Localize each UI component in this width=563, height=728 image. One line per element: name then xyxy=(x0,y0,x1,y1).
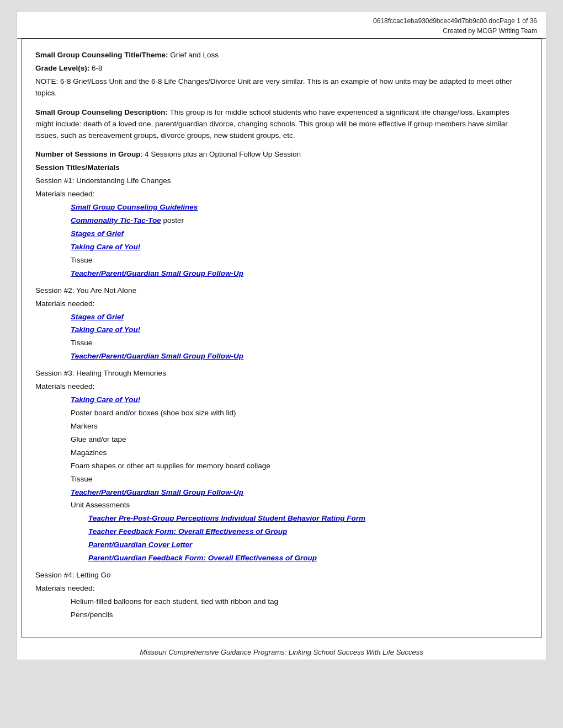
mat-teacher-followup-3[interactable]: Teacher/Parent/Guardian Small Group Foll… xyxy=(71,487,528,499)
session-4-title: Session #4: Letting Go xyxy=(35,570,528,581)
grade-level-label: Grade Level(s): xyxy=(35,64,89,72)
mat-tissue-2: Tissue xyxy=(71,338,528,349)
session-4-materials: Helium-filled balloons for each student,… xyxy=(71,596,528,621)
title-theme-label: Small Group Counseling Title/Theme: xyxy=(35,51,168,59)
file-reference: 0618fccac1eba930d9bcec49d7bb9c00.doc xyxy=(373,17,500,25)
session-3-block: Session #3: Healing Through Memories Mat… xyxy=(35,368,528,564)
title-theme-value: Grief and Loss xyxy=(170,51,219,59)
grade-level-note: NOTE: 6-8 Grief/Loss Unit and the 6-8 Li… xyxy=(35,76,528,99)
footer: Missouri Comprehensive Guidance Programs… xyxy=(17,643,546,660)
unit-assessments-materials: Teacher Pre-Post-Group Perceptions Indiv… xyxy=(88,513,528,564)
sessions-count-section: Number of Sessions in Group: 4 Sessions … xyxy=(35,149,528,160)
mat-tissue-3: Tissue xyxy=(71,474,528,485)
header-meta: 0618fccac1eba930d9bcec49d7bb9c00.docPage… xyxy=(17,12,546,39)
description-section: Small Group Counseling Description: This… xyxy=(35,107,528,142)
mat-teacher-followup-1[interactable]: Teacher/Parent/Guardian Small Group Foll… xyxy=(71,268,528,280)
page-info: Page 1 of 36 xyxy=(500,17,537,25)
mat-teacher-prepost[interactable]: Teacher Pre-Post-Group Perceptions Indiv… xyxy=(88,513,528,524)
session-titles-label: Session Titles/Materials xyxy=(35,162,528,174)
page-container: 0618fccac1eba930d9bcec49d7bb9c00.docPage… xyxy=(17,11,546,660)
footer-text: Missouri Comprehensive Guidance Programs… xyxy=(140,648,423,656)
mat-pens: Pens/pencils xyxy=(71,609,528,621)
mat-taking-care-1[interactable]: Taking Care of You! xyxy=(71,242,528,253)
mat-markers: Markers xyxy=(71,421,528,432)
mat-parent-feedback[interactable]: Parent/Guardian Feedback Form: Overall E… xyxy=(88,553,528,564)
grade-level-value: 6-8 xyxy=(92,64,103,72)
mat-parent-cover[interactable]: Parent/Guardian Cover Letter xyxy=(88,539,528,551)
session-4-materials-label: Materials needed: xyxy=(35,583,528,595)
unit-assessments-label: Unit Assessments xyxy=(71,500,528,511)
mat-stages-grief-1[interactable]: Stages of Grief xyxy=(71,228,528,240)
sessions-count-label: Number of Sessions in Group xyxy=(35,150,141,158)
mat-tissue-1: Tissue xyxy=(71,255,528,266)
mat-commonality[interactable]: Commonality Tic-Tac-Toe poster xyxy=(71,215,528,227)
mat-glue: Glue and/or tape xyxy=(71,434,528,446)
description-label: Small Group Counseling Description: xyxy=(35,108,168,116)
created-by: Created by MCGP Writing Team xyxy=(26,26,537,36)
session-titles-section: Session Titles/Materials Session #1: Und… xyxy=(35,162,528,620)
file-ref: 0618fccac1eba930d9bcec49d7bb9c00.docPage… xyxy=(26,16,537,26)
session-3-title: Session #3: Healing Through Memories xyxy=(35,368,528,379)
session-2-title: Session #2: You Are Not Alone xyxy=(35,285,528,297)
mat-taking-care-2[interactable]: Taking Care of You! xyxy=(71,324,528,336)
mat-teacher-feedback[interactable]: Teacher Feedback Form: Overall Effective… xyxy=(88,526,528,538)
mat-taking-care-3[interactable]: Taking Care of You! xyxy=(71,394,528,406)
session-2-block: Session #2: You Are Not Alone Materials … xyxy=(35,285,528,363)
mat-foam-shapes: Foam shapes or other art supplies for me… xyxy=(71,461,528,472)
session-3-materials: Taking Care of You! Poster board and/or … xyxy=(71,394,528,511)
grade-level-section: Grade Level(s): 6-8 NOTE: 6-8 Grief/Loss… xyxy=(35,63,528,99)
session-1-title: Session #1: Understanding Life Changes xyxy=(35,175,528,187)
session-2-materials: Stages of Grief Taking Care of You! Tiss… xyxy=(71,312,528,363)
main-content: Small Group Counseling Title/Theme: Grie… xyxy=(22,39,541,638)
session-2-materials-label: Materials needed: xyxy=(35,298,528,310)
mat-poster-board: Poster board and/or boxes (shoe box size… xyxy=(71,408,528,419)
mat-balloons: Helium-filled balloons for each student,… xyxy=(71,596,528,608)
session-3-materials-label: Materials needed: xyxy=(35,381,528,393)
mat-teacher-followup-2[interactable]: Teacher/Parent/Guardian Small Group Foll… xyxy=(71,351,528,362)
mat-small-group-guidelines[interactable]: Small Group Counseling Guidelines xyxy=(71,202,528,213)
session-1-materials: Small Group Counseling Guidelines Common… xyxy=(71,202,528,280)
mat-magazines: Magazines xyxy=(71,447,528,459)
session-1-materials-label: Materials needed: xyxy=(35,189,528,200)
mat-stages-grief-2[interactable]: Stages of Grief xyxy=(71,312,528,323)
session-4-block: Session #4: Letting Go Materials needed:… xyxy=(35,570,528,621)
grade-level-line: Grade Level(s): 6-8 xyxy=(35,63,528,74)
sessions-count-value: : 4 Sessions plus an Optional Follow Up … xyxy=(141,150,301,158)
title-theme-section: Small Group Counseling Title/Theme: Grie… xyxy=(35,50,528,61)
